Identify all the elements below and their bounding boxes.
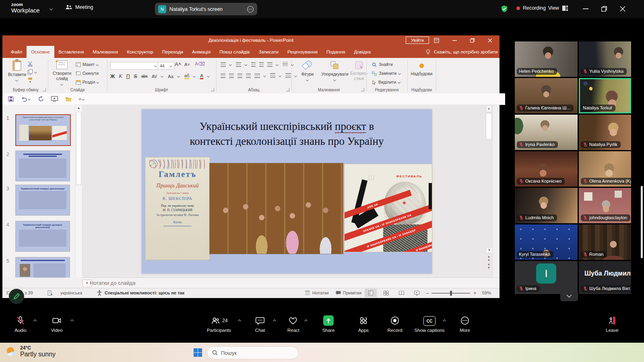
- reading-view-button[interactable]: [395, 289, 407, 297]
- arrange-button[interactable]: Упорядкувати: [320, 60, 349, 82]
- redo-icon[interactable]: [38, 96, 44, 102]
- search-box[interactable]: Пошук: [207, 346, 299, 359]
- clear-formatting-button[interactable]: A⌫: [195, 61, 205, 67]
- italic-button[interactable]: К: [119, 73, 122, 79]
- paste-button[interactable]: Вставити: [8, 60, 26, 82]
- close-icon[interactable]: [620, 6, 625, 12]
- participant-tile[interactable]: Kyryl Tarasenko: [515, 224, 578, 260]
- decrease-indent-button[interactable]: [251, 62, 256, 67]
- bold-button[interactable]: Ж: [110, 74, 115, 79]
- canvas-scrollbar[interactable]: ▲ ▼ ▲▲ ▼▼: [486, 105, 492, 277]
- security-shield-icon[interactable]: [500, 5, 508, 13]
- video-options-caret[interactable]: [71, 319, 75, 323]
- cut-button[interactable]: [27, 61, 33, 68]
- drawing-dialog-launcher[interactable]: [361, 88, 364, 91]
- record-button[interactable]: Record: [376, 315, 414, 333]
- react-button[interactable]: React: [274, 315, 313, 333]
- customize-qat-button[interactable]: ≡: [79, 97, 85, 101]
- font-color-button[interactable]: А: [200, 73, 203, 79]
- notes-pane[interactable]: ▼ Нотатки до слайда: [83, 278, 500, 288]
- canvas-scroll-up[interactable]: ▲: [486, 105, 492, 112]
- layout-button[interactable]: Макет: [76, 62, 99, 67]
- quick-styles-button[interactable]: Експрес- стилі: [349, 60, 369, 81]
- accessibility-status[interactable]: Спеціальні можливості: щось не так: [105, 290, 184, 295]
- kerning-button[interactable]: AV: [152, 74, 157, 79]
- columns-button[interactable]: [254, 74, 260, 78]
- tab-home[interactable]: Основне: [27, 46, 54, 58]
- increase-indent-button[interactable]: [259, 62, 264, 67]
- font-name-combobox[interactable]: [110, 62, 159, 70]
- react-caret[interactable]: [305, 319, 309, 323]
- weather-widget[interactable]: 24°C Partly sunny: [5, 345, 56, 358]
- tab-transitions[interactable]: Переходи: [158, 46, 188, 58]
- find-button[interactable]: Знайти: [372, 62, 393, 67]
- tab-help[interactable]: Довідка: [349, 46, 375, 58]
- ellipsis-icon[interactable]: [247, 6, 254, 13]
- zoom-in-button[interactable]: +: [473, 290, 477, 296]
- minimize-icon[interactable]: [583, 8, 588, 10]
- accessibility-icon[interactable]: [97, 290, 102, 296]
- change-case-button[interactable]: Aa: [168, 74, 173, 79]
- tab-meeting[interactable]: Meeting: [65, 4, 93, 10]
- gallery-collapse-button[interactable]: [560, 291, 578, 301]
- sign-in-button[interactable]: Увійти: [406, 37, 429, 44]
- participant-tile[interactable]: Yuliia Vyshnytska: [579, 41, 631, 77]
- tab-shared-screen[interactable]: N Nataliya Torkut's screen: [155, 3, 257, 15]
- align-left-button[interactable]: [221, 74, 225, 78]
- chat-button[interactable]: Chat: [241, 315, 279, 333]
- font-dialog-launcher[interactable]: [211, 88, 214, 91]
- canvas-scroll-down[interactable]: ▼: [486, 247, 493, 254]
- reset-button[interactable]: Скинути: [76, 71, 99, 76]
- video-button[interactable]: Video: [37, 315, 76, 333]
- language-status[interactable]: українська: [60, 290, 82, 295]
- chevron-down-icon[interactable]: [48, 7, 52, 10]
- tab-draw[interactable]: Малювання: [88, 46, 122, 58]
- grow-font-button[interactable]: A˄: [175, 61, 181, 67]
- smartart-button[interactable]: [285, 73, 291, 78]
- shapes-button[interactable]: Фігури: [297, 60, 318, 82]
- leave-button[interactable]: Leave: [593, 315, 632, 333]
- ribbon-display-icon[interactable]: [434, 38, 439, 43]
- zoom-out-button[interactable]: –: [426, 290, 429, 296]
- previous-slide-button[interactable]: ▲▲: [486, 255, 492, 261]
- audio-button[interactable]: Audio: [1, 315, 40, 333]
- share-button[interactable]: Share: [309, 315, 348, 333]
- tell-me-box[interactable]: Скажіть, що потрібно зробити: [425, 49, 498, 55]
- tab-review[interactable]: Рецензування: [283, 46, 322, 58]
- replace-button[interactable]: Замінити: [372, 71, 401, 76]
- participant-tile[interactable]: Ludmiła Mnich: [515, 188, 578, 223]
- zoom-workplace-logo[interactable]: zoom Workplace: [11, 2, 40, 14]
- format-painter-button[interactable]: [27, 77, 33, 84]
- captions-button[interactable]: CC Show captions: [410, 315, 449, 333]
- ppt-close-icon[interactable]: [488, 38, 492, 43]
- tab-slideshow[interactable]: Показ слайдів: [215, 46, 254, 58]
- participants-button[interactable]: 24 Participants: [200, 315, 238, 333]
- participant-tile[interactable]: Шуба Людмил... Шуба Людмила Вікт...: [579, 261, 631, 294]
- scroll-up-icon[interactable]: ▲: [75, 105, 82, 111]
- slide[interactable]: Український шекспірівський проєкт в конт…: [142, 109, 432, 274]
- ppt-minimize-icon[interactable]: [452, 40, 457, 41]
- ppt-restore-icon[interactable]: [470, 38, 475, 43]
- save-icon[interactable]: [8, 96, 14, 102]
- tab-view[interactable]: Подання: [322, 46, 349, 58]
- open-folder-icon[interactable]: [65, 97, 72, 102]
- section-button[interactable]: Розділ: [76, 80, 99, 85]
- scrollbar-thumb[interactable]: [76, 112, 81, 185]
- participant-tile[interactable]: Оксана Корнієнко: [515, 151, 578, 187]
- view-button[interactable]: View: [548, 5, 568, 11]
- notes-toggle[interactable]: Нотатки: [312, 290, 329, 295]
- addins-button[interactable]: Надбудови: [407, 62, 436, 76]
- tab-animations[interactable]: Анімація: [188, 46, 215, 58]
- slide-thumbnail-5[interactable]: [15, 257, 70, 278]
- slide-thumbnail-1[interactable]: Український шекспірівський проєкт в конт…: [15, 114, 71, 146]
- gallery-scrollbar[interactable]: [641, 186, 643, 258]
- new-slide-button[interactable]: ✦ Створити слайд: [52, 60, 72, 86]
- copy-button[interactable]: [27, 69, 33, 76]
- select-button[interactable]: Виділити: [372, 80, 401, 85]
- slide-thumbnail-3[interactable]: Термінологічний тезаурус деколонізації: [15, 185, 70, 216]
- participant-tile[interactable]: Nataliya Pyrlik: [579, 115, 631, 150]
- align-right-button[interactable]: [237, 74, 242, 78]
- font-size-combobox[interactable]: 44: [158, 62, 175, 70]
- more-button[interactable]: More: [446, 315, 484, 333]
- text-direction-button[interactable]: [283, 62, 288, 67]
